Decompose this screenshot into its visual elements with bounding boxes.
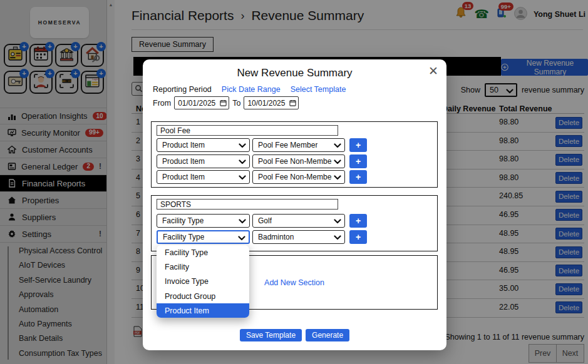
criteria-row: Facility TypeBadminton+ xyxy=(157,230,367,244)
dropdown-option-product-item[interactable]: Product Item xyxy=(157,303,249,318)
close-icon[interactable]: ✕ xyxy=(428,64,438,78)
dropdown-option-facility[interactable]: Facility xyxy=(157,260,249,274)
criteria-type-select[interactable]: Product Item xyxy=(157,138,250,152)
modal-actions: Save Template Generate xyxy=(143,329,446,341)
chevron-down-icon xyxy=(239,175,246,180)
criteria-value-select[interactable]: Pool Fee Non-Member Child xyxy=(252,170,345,184)
criteria-row: Product ItemPool Fee Non-Member Aduit+ xyxy=(157,154,367,168)
calendar-icon xyxy=(220,99,227,106)
dropdown-option-product-group[interactable]: Product Group xyxy=(157,289,249,303)
modal-section-pool-fee: Product ItemPool Fee Member+Product Item… xyxy=(151,121,438,188)
criteria-type-select[interactable]: Product Item xyxy=(157,154,250,168)
chevron-down-icon xyxy=(239,159,246,164)
section-name-input[interactable] xyxy=(157,199,338,210)
pick-date-range-link[interactable]: Pick Date Range xyxy=(222,85,281,94)
calendar-icon xyxy=(289,99,296,106)
criteria-type-dropdown-menu: Facility TypeFacilityInvoice TypeProduct… xyxy=(157,245,249,318)
criteria-value-select[interactable]: Badminton xyxy=(252,230,345,244)
chevron-down-icon xyxy=(239,219,246,224)
chevron-down-icon xyxy=(334,159,341,164)
from-label: From xyxy=(153,99,171,108)
chevron-down-icon xyxy=(238,236,245,241)
select-template-link[interactable]: Select Template xyxy=(291,85,346,94)
generate-button[interactable]: Generate xyxy=(306,329,349,341)
new-revenue-summary-modal: New Revenue Summary ✕ Reporting Period P… xyxy=(143,59,446,350)
criteria-type-select[interactable]: Facility Type xyxy=(157,214,250,228)
chevron-down-icon xyxy=(334,235,341,240)
app-root: HOMESERVA ++++++ABC 123+Login+ Operation… xyxy=(0,0,588,364)
criteria-value-select[interactable]: Golf xyxy=(252,214,345,228)
chevron-down-icon xyxy=(239,143,246,148)
add-criteria-button[interactable]: + xyxy=(349,154,367,168)
reporting-period-row: Reporting Period Pick Date Range Select … xyxy=(153,85,346,94)
dropdown-option-facility-type[interactable]: Facility Type xyxy=(157,245,249,260)
criteria-row: Facility TypeGolf+ xyxy=(157,214,367,228)
chevron-down-icon xyxy=(334,219,341,224)
add-criteria-button[interactable]: + xyxy=(349,214,367,228)
add-criteria-button[interactable]: + xyxy=(349,230,367,244)
modal-section-sports: Facility TypeGolf+Facility TypeBadminton… xyxy=(151,195,438,251)
dropdown-option-invoice-type[interactable]: Invoice Type xyxy=(157,274,249,288)
save-template-button[interactable]: Save Template xyxy=(240,329,302,341)
criteria-row: Product ItemPool Fee Non-Member Child+ xyxy=(157,170,367,184)
criteria-type-select[interactable]: Product Item xyxy=(157,170,250,184)
chevron-down-icon xyxy=(334,175,341,180)
date-range-row: From To xyxy=(153,96,299,109)
criteria-row: Product ItemPool Fee Member+ xyxy=(157,138,367,152)
chevron-down-icon xyxy=(334,143,341,148)
add-new-section-link[interactable]: Add New Section xyxy=(264,278,324,287)
criteria-value-select[interactable]: Pool Fee Member xyxy=(252,138,345,152)
criteria-value-select[interactable]: Pool Fee Non-Member Aduit xyxy=(252,154,345,168)
add-criteria-button[interactable]: + xyxy=(349,170,367,184)
add-criteria-button[interactable]: + xyxy=(349,138,367,152)
to-label: To xyxy=(232,99,240,108)
reporting-period-label: Reporting Period xyxy=(153,85,212,94)
criteria-type-select[interactable]: Facility Type xyxy=(157,230,250,244)
section-name-input[interactable] xyxy=(157,125,338,136)
modal-title: New Revenue Summary xyxy=(143,67,446,79)
